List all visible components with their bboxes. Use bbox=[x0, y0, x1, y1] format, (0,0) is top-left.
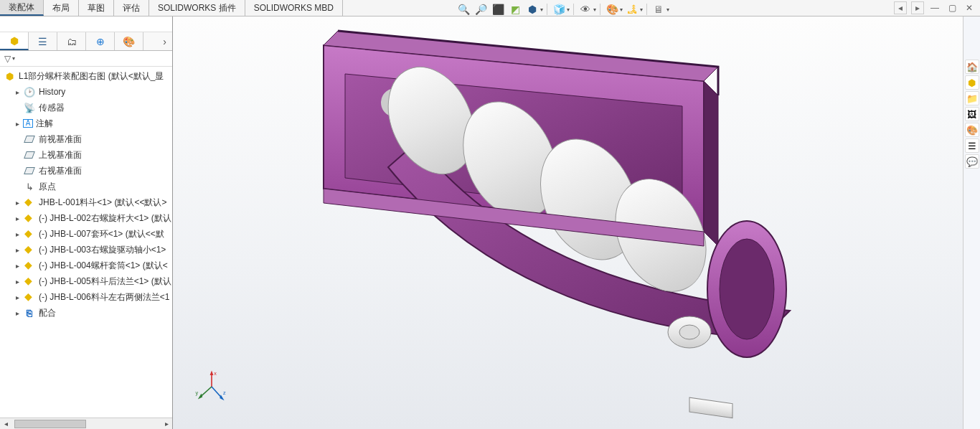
graphics-viewport[interactable]: x y z bbox=[173, 16, 963, 429]
chevron-down-icon[interactable]: ▾ bbox=[620, 6, 623, 13]
horizontal-scrollbar[interactable]: ◂ ▸ bbox=[0, 418, 172, 429]
expand-icon[interactable]: ▸ bbox=[13, 293, 22, 301]
display-manager-tab[interactable]: 🎨 bbox=[115, 32, 143, 50]
tree-item-front-plane[interactable]: 前视基准面 bbox=[0, 131, 172, 147]
separator bbox=[547, 4, 547, 15]
section-view-icon[interactable]: ◩ bbox=[507, 2, 523, 16]
expand-icon[interactable]: ▸ bbox=[13, 120, 22, 128]
manager-tabs: ⬢ ☰ 🗂 ⊕ 🎨 › bbox=[0, 32, 172, 51]
tabs-overflow[interactable]: › bbox=[143, 32, 172, 50]
expand-icon[interactable]: ▸ bbox=[13, 278, 22, 286]
tree-item-part-001[interactable]: ▸ JHB-L-001料斗<1> (默认<<默认> bbox=[0, 194, 172, 210]
view-settings-icon[interactable]: 🖥 bbox=[651, 2, 666, 16]
display-style-icon[interactable]: 🧊 bbox=[551, 2, 567, 16]
orientation-triad[interactable]: x y z bbox=[194, 369, 229, 406]
tab-layout[interactable]: 布局 bbox=[44, 0, 79, 16]
part-icon bbox=[23, 291, 36, 303]
svg-marker-1 bbox=[704, 81, 718, 246]
close-button[interactable]: ✕ bbox=[963, 1, 976, 14]
chevron-down-icon[interactable]: ▾ bbox=[540, 6, 543, 13]
file-explorer-icon[interactable]: 📁 bbox=[965, 91, 979, 105]
tab-evaluate[interactable]: 评估 bbox=[114, 0, 149, 16]
tab-sketch[interactable]: 草图 bbox=[79, 0, 114, 16]
tree-item-part-006[interactable]: ▸ (-) JHB-L-006料斗左右两侧法兰<1 bbox=[0, 289, 172, 305]
filter-row[interactable]: ▽▾ bbox=[0, 51, 172, 67]
chevron-down-icon[interactable]: ▾ bbox=[593, 6, 596, 13]
plane-icon bbox=[23, 133, 36, 145]
appearance-icon[interactable]: 🎨 bbox=[604, 2, 620, 16]
maximize-button[interactable]: ▢ bbox=[946, 1, 958, 14]
tree-item-top-plane[interactable]: 上视基准面 bbox=[0, 147, 172, 163]
next-doc-button[interactable]: ▸ bbox=[911, 1, 924, 14]
tab-assembly[interactable]: 装配体 bbox=[0, 0, 44, 16]
tree-item-part-007[interactable]: ▸ (-) JHB-L-007套环<1> (默认<<默 bbox=[0, 226, 172, 242]
expand-icon[interactable]: ▸ bbox=[13, 309, 22, 317]
tree-item-annotations[interactable]: ▸ A 注解 bbox=[0, 116, 172, 131]
expand-icon[interactable]: ▸ bbox=[13, 246, 22, 254]
feature-tree: ⬢ L1部分螺杆装配图右图 (默认<默认_显 ▸ 🕑 History 📡 传感器… bbox=[0, 67, 172, 418]
tree-item-sensors[interactable]: 📡 传感器 bbox=[0, 100, 172, 116]
svg-marker-18 bbox=[198, 394, 202, 400]
chevron-down-icon[interactable]: ▾ bbox=[567, 6, 570, 13]
view-cube-icon[interactable]: ⬢ bbox=[524, 2, 540, 16]
svg-rect-8 bbox=[689, 397, 732, 418]
minimize-button[interactable]: — bbox=[928, 1, 941, 14]
svg-text:x: x bbox=[214, 370, 217, 377]
tab-sw-mbd[interactable]: SOLIDWORKS MBD bbox=[245, 0, 343, 16]
sw-resources-icon[interactable]: 🏠 bbox=[965, 60, 979, 74]
prev-doc-button[interactable]: ◂ bbox=[894, 1, 907, 14]
tree-item-right-plane[interactable]: 右视基准面 bbox=[0, 163, 172, 179]
annotation-icon: A bbox=[23, 119, 33, 128]
scroll-thumb[interactable] bbox=[14, 420, 86, 428]
tree-root-label: L1部分螺杆装配图右图 (默认<默认_显 bbox=[19, 70, 164, 82]
mates-icon: ⎘ bbox=[23, 307, 36, 319]
hide-show-icon[interactable]: 👁 bbox=[578, 2, 593, 16]
expand-icon[interactable]: ▸ bbox=[13, 262, 22, 270]
tree-item-part-003[interactable]: ▸ (-) JHB-L-003右螺旋驱动轴小<1> bbox=[0, 242, 172, 258]
view-palette-icon[interactable]: 🖼 bbox=[965, 107, 979, 121]
tree-item-part-002[interactable]: ▸ (-) JHB-L-002右螺旋杆大<1> (默认 bbox=[0, 210, 172, 226]
tree-item-part-005[interactable]: ▸ (-) JHB-L-005料斗后法兰<1> (默认 bbox=[0, 273, 172, 289]
expand-icon[interactable]: ▸ bbox=[13, 88, 22, 96]
tree-item-history[interactable]: ▸ 🕑 History bbox=[0, 84, 172, 100]
appearances-icon[interactable]: 🎨 bbox=[965, 123, 979, 137]
tree-root[interactable]: ⬢ L1部分螺杆装配图右图 (默认<默认_显 bbox=[0, 68, 172, 84]
svg-text:y: y bbox=[196, 390, 199, 396]
tree-item-origin[interactable]: ↳ 原点 bbox=[0, 179, 172, 194]
prev-view-icon[interactable]: ⬛ bbox=[490, 2, 506, 16]
heads-up-view-toolbar: 🔍 🔎 ⬛ ◩ ⬢▾ 🧊▾ 👁▾ 🎨▾ 🏞▾ 🖥▾ bbox=[456, 1, 669, 17]
origin-icon: ↳ bbox=[23, 181, 36, 192]
design-library-icon[interactable]: ⬢ bbox=[965, 75, 979, 90]
tree-item-mates[interactable]: ▸ ⎘ 配合 bbox=[0, 305, 172, 321]
chevron-down-icon[interactable]: ▾ bbox=[640, 6, 643, 13]
svg-point-7 bbox=[679, 325, 699, 339]
document-window-controls: ◂ ▸ — ▢ ✕ bbox=[894, 1, 976, 14]
custom-props-icon[interactable]: ☰ bbox=[965, 138, 979, 153]
sensor-icon: 📡 bbox=[23, 102, 36, 113]
chevron-down-icon[interactable]: ▾ bbox=[666, 6, 669, 13]
expand-icon[interactable]: ▸ bbox=[13, 199, 22, 207]
svg-marker-15 bbox=[210, 371, 214, 375]
chevron-down-icon[interactable]: ▾ bbox=[12, 55, 15, 62]
property-manager-tab[interactable]: ☰ bbox=[29, 32, 57, 50]
scroll-left-arrow[interactable]: ◂ bbox=[0, 420, 11, 428]
separator bbox=[646, 4, 647, 15]
tab-sw-addins[interactable]: SOLIDWORKS 插件 bbox=[149, 0, 245, 16]
scroll-right-arrow[interactable]: ▸ bbox=[161, 420, 172, 428]
forum-icon[interactable]: 💬 bbox=[965, 154, 979, 169]
expand-icon[interactable]: ▸ bbox=[13, 230, 22, 238]
part-icon bbox=[23, 260, 36, 271]
plane-icon bbox=[23, 149, 36, 161]
scene-icon[interactable]: 🏞 bbox=[624, 2, 640, 16]
zoom-area-icon[interactable]: 🔎 bbox=[473, 2, 489, 16]
dimxpert-manager-tab[interactable]: ⊕ bbox=[86, 32, 115, 50]
configuration-manager-tab[interactable]: 🗂 bbox=[57, 32, 86, 50]
part-icon bbox=[23, 275, 36, 287]
tree-item-part-004[interactable]: ▸ (-) JHB-L-004螺杆套筒<1> (默认< bbox=[0, 258, 172, 273]
plane-icon bbox=[23, 165, 36, 176]
feature-manager-tab[interactable]: ⬢ bbox=[0, 32, 29, 50]
svg-point-5 bbox=[720, 239, 774, 339]
expand-icon[interactable]: ▸ bbox=[13, 214, 22, 222]
filter-icon: ▽ bbox=[4, 54, 11, 64]
zoom-fit-icon[interactable]: 🔍 bbox=[456, 2, 471, 16]
